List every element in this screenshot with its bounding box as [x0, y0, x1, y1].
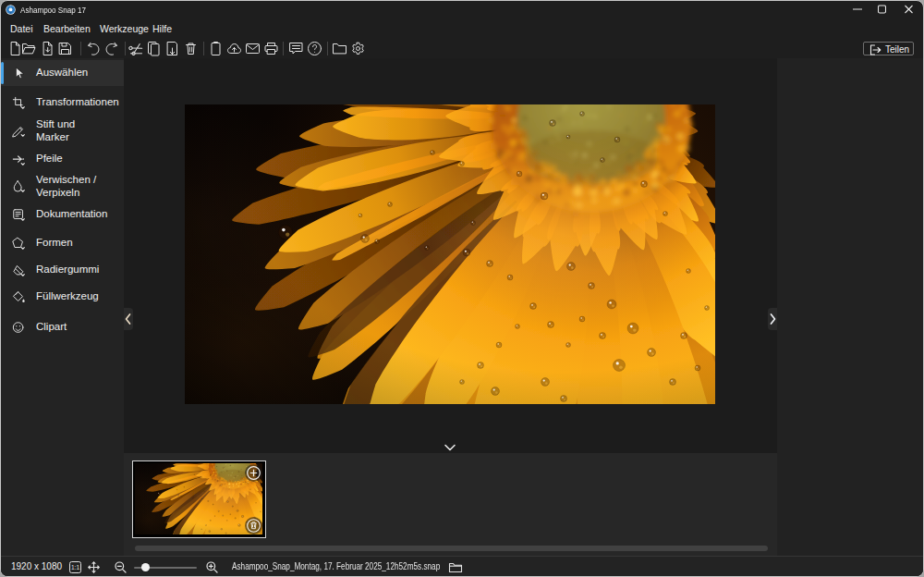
svg-text:1:1: 1:1 [71, 564, 79, 571]
